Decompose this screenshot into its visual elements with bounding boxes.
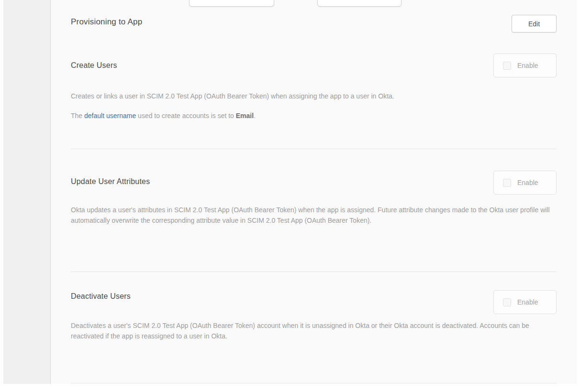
enable-label: Enable: [517, 179, 538, 186]
enable-checkbox-icon[interactable]: [503, 179, 511, 187]
page-title: Provisioning to App: [71, 17, 142, 27]
enable-checkbox-icon[interactable]: [503, 62, 511, 70]
enable-label: Enable: [517, 298, 538, 306]
note-middle: used to create accounts is set to: [136, 112, 236, 120]
section-divider: [71, 272, 557, 272]
create-users-description: Creates or links a user in SCIM 2.0 Test…: [71, 91, 394, 101]
truncated-field-left[interactable]: [189, 0, 274, 7]
deactivate-users-enable-button[interactable]: Enable: [493, 290, 557, 314]
username-value: Email: [236, 112, 254, 120]
section-divider: [71, 149, 557, 149]
provisioning-to-app-panel: Provisioning to App Edit Create Users En…: [51, 0, 577, 384]
left-nav-panel: [3, 0, 51, 384]
create-users-username-note: The default username used to create acco…: [71, 110, 256, 121]
truncated-field-right[interactable]: [317, 0, 402, 7]
enable-label: Enable: [517, 62, 538, 69]
deactivate-users-title: Deactivate Users: [71, 292, 131, 301]
create-users-enable-button[interactable]: Enable: [493, 54, 557, 77]
deactivate-users-description: Deactivates a user's SCIM 2.0 Test App (…: [71, 320, 552, 341]
update-user-attributes-enable-button[interactable]: Enable: [493, 171, 557, 195]
enable-checkbox-icon[interactable]: [503, 298, 511, 306]
note-suffix: .: [254, 112, 256, 120]
create-users-title: Create Users: [71, 61, 117, 70]
note-prefix: The: [71, 112, 84, 120]
section-divider: [71, 383, 557, 383]
default-username-link[interactable]: default username: [84, 112, 136, 120]
edit-button[interactable]: Edit: [512, 15, 557, 33]
provisioning-page: Provisioning to App Edit Create Users En…: [0, 0, 580, 392]
update-user-attributes-description: Okta updates a user's attributes in SCIM…: [71, 205, 552, 226]
update-user-attributes-title: Update User Attributes: [71, 177, 150, 186]
